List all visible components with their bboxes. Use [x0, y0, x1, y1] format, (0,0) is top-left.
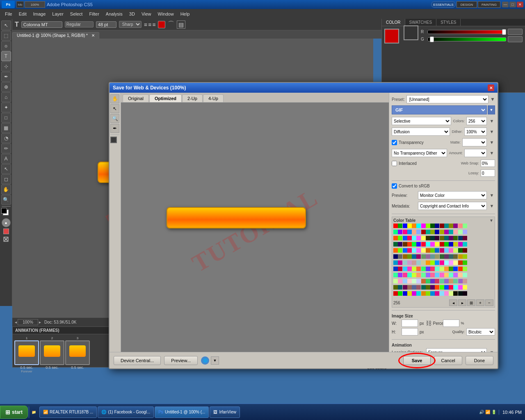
- color-cell-118[interactable]: [421, 267, 426, 271]
- color-cell-131[interactable]: [407, 273, 412, 277]
- color-cell-13[interactable]: [453, 224, 458, 228]
- preset-select[interactable]: [Unnamed]: [406, 95, 488, 103]
- color-cell-70[interactable]: [421, 248, 426, 253]
- painting-btn[interactable]: PAINTING: [478, 1, 500, 8]
- color-cell-90[interactable]: [440, 254, 444, 259]
- color-cell-113[interactable]: [398, 267, 402, 271]
- color-cell-94[interactable]: [458, 254, 463, 259]
- ct-btn-del[interactable]: −: [485, 299, 493, 306]
- color-cell-44[interactable]: [449, 236, 453, 240]
- color-cell-173[interactable]: [453, 285, 458, 290]
- color-cell-120[interactable]: [430, 267, 435, 271]
- color-cell-170[interactable]: [440, 285, 444, 290]
- color-cell-130[interactable]: [403, 273, 407, 277]
- tab-styles[interactable]: STYLES: [436, 19, 461, 26]
- metadata-menu-icon[interactable]: ▼: [488, 203, 495, 209]
- warp-text-btn[interactable]: ⌒: [168, 20, 174, 29]
- color-cell-142[interactable]: [458, 273, 463, 277]
- color-cell-102[interactable]: [421, 260, 426, 265]
- tool-shape[interactable]: ◻: [1, 174, 11, 184]
- convert-srgb-checkbox[interactable]: [392, 183, 397, 189]
- color-cell-164[interactable]: [412, 285, 416, 290]
- color-cell-14[interactable]: [458, 224, 463, 228]
- tool-eraser[interactable]: □: [1, 113, 11, 123]
- color-cell-81[interactable]: [398, 254, 402, 259]
- preset-options-icon[interactable]: ▼: [490, 96, 495, 102]
- color-cell-152[interactable]: [430, 279, 435, 283]
- color-cell-158[interactable]: [458, 279, 463, 283]
- tool-lasso[interactable]: ⌾: [1, 41, 11, 51]
- color-cell-50[interactable]: [403, 242, 407, 247]
- tab-2up[interactable]: 2-Up: [182, 94, 203, 102]
- color-cell-47[interactable]: [463, 236, 467, 240]
- color-cell-55[interactable]: [426, 242, 430, 247]
- color-cell-71[interactable]: [426, 248, 430, 253]
- sfw-close-btn[interactable]: ✕: [488, 84, 494, 91]
- color-cell-24[interactable]: [430, 230, 435, 234]
- align-left-icon[interactable]: ≡: [144, 21, 147, 28]
- color-cell-163[interactable]: [407, 285, 412, 290]
- menu-image[interactable]: Image: [30, 11, 49, 17]
- color-cell-21[interactable]: [416, 230, 421, 234]
- color-cell-97[interactable]: [398, 260, 402, 265]
- web-snap-input[interactable]: [481, 160, 495, 167]
- color-cell-62[interactable]: [458, 242, 463, 247]
- fg-bg-colors[interactable]: [1, 208, 11, 217]
- foreground-color[interactable]: [384, 29, 399, 43]
- color-cell-6[interactable]: [421, 224, 426, 228]
- tool-type[interactable]: T: [1, 51, 11, 61]
- tab-4up[interactable]: 4-Up: [203, 94, 224, 102]
- colors-select[interactable]: 256: [466, 117, 487, 125]
- color-cell-169[interactable]: [435, 285, 439, 290]
- color-cell-54[interactable]: [421, 242, 426, 247]
- tool-healer[interactable]: ⊕: [1, 82, 11, 92]
- color-cell-157[interactable]: [453, 279, 458, 283]
- color-cell-84[interactable]: [412, 254, 416, 259]
- color-cell-124[interactable]: [449, 267, 453, 271]
- frame-thumb-3[interactable]: [65, 340, 90, 365]
- tool-crop[interactable]: ⊹: [1, 62, 11, 71]
- color-cell-153[interactable]: [435, 279, 439, 283]
- color-cell-10[interactable]: [440, 224, 444, 228]
- tool-brush[interactable]: ⌂: [1, 92, 11, 102]
- doc-tab-main[interactable]: Untitled-1 @ 100% (Shape 1, RGB/8) * ✕: [12, 32, 99, 39]
- color-cell-175[interactable]: [463, 285, 467, 290]
- taskbar-item-photoshop[interactable]: Ps Untitled-1 @ 100% (...: [155, 406, 209, 418]
- color-cell-184[interactable]: [430, 291, 435, 296]
- color-cell-83[interactable]: [407, 254, 412, 259]
- dither-method-select[interactable]: Diffusion: [392, 128, 450, 136]
- color-cell-123[interactable]: [444, 267, 449, 271]
- color-cell-91[interactable]: [444, 254, 449, 259]
- start-button[interactable]: ⊞ start: [0, 406, 28, 419]
- color-cell-29[interactable]: [453, 230, 458, 234]
- color-cell-27[interactable]: [444, 230, 449, 234]
- color-cell-2[interactable]: [403, 224, 407, 228]
- tool-marquee[interactable]: ⬚: [1, 31, 11, 41]
- tool-hand[interactable]: ✋: [1, 185, 11, 194]
- color-cell-96[interactable]: [393, 260, 398, 265]
- menu-file[interactable]: File: [2, 11, 16, 17]
- color-cell-98[interactable]: [403, 260, 407, 265]
- color-cell-160[interactable]: [393, 285, 398, 290]
- color-cell-7[interactable]: [426, 224, 430, 228]
- tool-path-select[interactable]: ↖: [1, 164, 11, 174]
- color-cell-36[interactable]: [412, 236, 416, 240]
- anti-alias-select[interactable]: Sharp: [119, 21, 142, 28]
- matte-menu-icon[interactable]: ▼: [488, 139, 495, 146]
- color-cell-69[interactable]: [416, 248, 421, 253]
- taskbar-item-realtek[interactable]: 📶 REALTEK RTL8187B ...: [39, 406, 97, 418]
- color-cell-52[interactable]: [412, 242, 416, 247]
- menu-layer[interactable]: Layer: [49, 11, 67, 17]
- color-cell-162[interactable]: [403, 285, 407, 290]
- color-cell-140[interactable]: [449, 273, 453, 277]
- color-cell-127[interactable]: [463, 267, 467, 271]
- color-cell-51[interactable]: [407, 242, 412, 247]
- tool-eyedropper[interactable]: ✒: [1, 72, 11, 82]
- color-cell-95[interactable]: [463, 254, 467, 259]
- color-cell-151[interactable]: [426, 279, 430, 283]
- browser-icon[interactable]: 🌐: [201, 356, 209, 365]
- color-cell-18[interactable]: [403, 230, 407, 234]
- color-cell-25[interactable]: [435, 230, 439, 234]
- color-cell-99[interactable]: [407, 260, 412, 265]
- color-cell-80[interactable]: [393, 254, 398, 259]
